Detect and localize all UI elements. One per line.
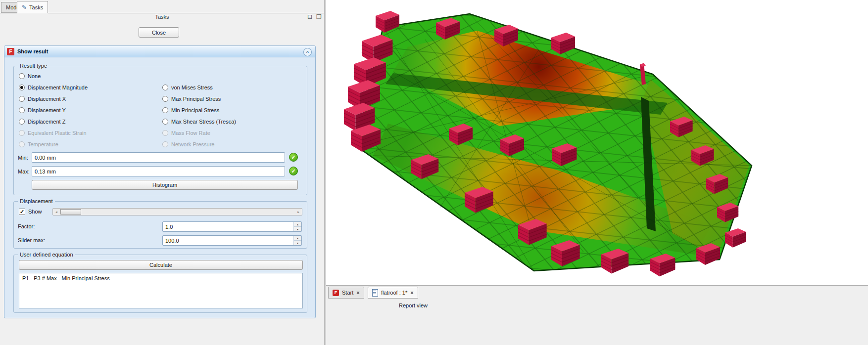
- radio-temperature: Temperature: [19, 140, 58, 148]
- report-view-label: Report view: [326, 302, 500, 308]
- float-icon[interactable]: ❐: [316, 13, 322, 20]
- radio-icon: [162, 85, 168, 90]
- freecad-logo-icon: F: [333, 290, 339, 296]
- radio-displacement-magnitude[interactable]: Displacement Magnitude: [19, 84, 88, 91]
- spinbox-arrows[interactable]: ▴▾: [293, 236, 301, 245]
- pencil-icon: ✎: [22, 4, 27, 11]
- tabbar-divider: [0, 13, 325, 13]
- application-window: Model ✎ Tasks Tasks ⊟ ❐ Close F Show res…: [0, 0, 868, 345]
- show-checkbox[interactable]: ✓ Show: [19, 208, 42, 216]
- tab-start[interactable]: F Start ×: [328, 287, 364, 299]
- radio-label: None: [28, 73, 41, 79]
- radio-displacement-z[interactable]: Displacement Z: [19, 118, 65, 126]
- collapse-chevron-icon[interactable]: ^: [303, 48, 312, 56]
- tab-close-icon[interactable]: ×: [410, 290, 413, 296]
- radio-icon: [19, 73, 25, 79]
- radio-label: Network Pressure: [171, 141, 214, 147]
- show-result-section: F Show result ^ Result type None Displac…: [4, 45, 316, 318]
- spin-up-icon[interactable]: ▴: [294, 222, 301, 227]
- min-label: Min:: [18, 155, 28, 161]
- spin-down-icon[interactable]: ▾: [294, 241, 301, 245]
- radio-icon: [162, 107, 168, 113]
- radio-label: Max Principal Stress: [171, 96, 221, 102]
- radio-label: Min Principal Stress: [171, 107, 219, 113]
- result-type-group-label: Result type: [18, 63, 49, 69]
- tab-close-icon[interactable]: ×: [356, 290, 359, 296]
- show-checkbox-label: Show: [28, 209, 42, 215]
- radio-displacement-x[interactable]: Displacement X: [19, 95, 66, 103]
- radio-icon-disabled: [162, 130, 168, 136]
- slider-max-label: Slider max:: [18, 237, 45, 243]
- tab-flatroof-label: flatroof : 1*: [381, 290, 407, 296]
- equation-group: User defined equation Calculate P1 - P3 …: [13, 255, 307, 313]
- spin-up-icon[interactable]: ▴: [294, 236, 301, 241]
- radio-network-pressure: Network Pressure: [162, 140, 214, 148]
- radio-label: Displacement Y: [28, 107, 66, 113]
- equation-group-label: User defined equation: [18, 252, 75, 258]
- max-input[interactable]: [32, 166, 285, 176]
- radio-von-mises-stress[interactable]: von Mises Stress: [162, 84, 213, 91]
- close-button[interactable]: Close: [139, 27, 179, 38]
- factor-input[interactable]: [163, 222, 293, 231]
- slider-right-arrow-icon[interactable]: ▸: [295, 209, 301, 215]
- radio-label: Displacement Magnitude: [28, 85, 88, 90]
- radio-label: Max Shear Stress (Tresca): [171, 119, 236, 125]
- tab-tasks[interactable]: ✎ Tasks: [17, 1, 48, 13]
- fem-result-icon: F: [7, 48, 14, 55]
- bottom-bar: F Start × flatroof : 1* × Report view: [326, 285, 868, 345]
- slider-handle[interactable]: [60, 209, 81, 215]
- tasks-panel-title: Tasks: [0, 14, 324, 20]
- tab-flatroof[interactable]: flatroof : 1* ×: [368, 287, 418, 299]
- factor-spinbox[interactable]: ▴▾: [162, 221, 302, 232]
- 3d-scene[interactable]: [326, 0, 868, 285]
- radio-label: Displacement Z: [28, 119, 65, 125]
- 3d-viewport[interactable]: [326, 0, 868, 285]
- radio-icon-disabled: [19, 130, 25, 136]
- calculate-button[interactable]: Calculate: [19, 260, 303, 270]
- radio-max-shear-stress[interactable]: Max Shear Stress (Tresca): [162, 118, 236, 126]
- radio-label: Mass Flow Rate: [171, 130, 210, 136]
- radio-equivalent-plastic-strain: Equivalent Plastic Strain: [19, 129, 87, 137]
- show-result-title: Show result: [17, 48, 48, 54]
- max-label: Max:: [18, 169, 30, 174]
- radio-icon-disabled: [162, 141, 168, 147]
- radio-min-principal-stress[interactable]: Min Principal Stress: [162, 106, 219, 114]
- radio-label: Equivalent Plastic Strain: [28, 130, 87, 136]
- dock-icon[interactable]: ⊟: [307, 13, 312, 20]
- slider-left-arrow-icon[interactable]: ◂: [53, 209, 59, 215]
- radio-label: Temperature: [28, 141, 58, 147]
- result-type-group: Result type None Displacement Magnitude …: [13, 66, 307, 195]
- slider-max-input[interactable]: [163, 236, 293, 245]
- document-icon: [372, 289, 378, 297]
- checkbox-checked-icon: ✓: [19, 209, 25, 215]
- factor-label: Factor:: [18, 223, 35, 229]
- tab-tasks-label: Tasks: [29, 4, 43, 10]
- displacement-group: Displacement ✓ Show ◂ ▸ Factor: ▴▾ Slide…: [13, 201, 307, 249]
- show-result-header[interactable]: F Show result ^: [4, 46, 315, 57]
- radio-icon: [19, 96, 25, 102]
- radio-none[interactable]: None: [19, 72, 41, 80]
- radio-max-principal-stress[interactable]: Max Principal Stress: [162, 95, 221, 103]
- radio-label: Displacement X: [28, 96, 66, 102]
- spinbox-arrows[interactable]: ▴▾: [293, 222, 301, 231]
- slider-max-spinbox[interactable]: ▴▾: [162, 235, 302, 246]
- radio-label: von Mises Stress: [171, 85, 213, 90]
- displacement-slider[interactable]: ◂ ▸: [52, 208, 302, 216]
- radio-mass-flow-rate: Mass Flow Rate: [162, 129, 210, 137]
- min-valid-check-icon: ✓: [289, 153, 298, 162]
- radio-displacement-y[interactable]: Displacement Y: [19, 106, 66, 114]
- radio-icon: [19, 107, 25, 113]
- histogram-button[interactable]: Histogram: [32, 180, 298, 190]
- radio-icon: [19, 119, 25, 125]
- radio-icon-selected: [19, 85, 25, 90]
- min-input[interactable]: [32, 152, 285, 163]
- radio-icon-disabled: [19, 141, 25, 147]
- max-valid-check-icon: ✓: [289, 167, 298, 175]
- displacement-group-label: Displacement: [18, 198, 55, 205]
- tab-start-label: Start: [342, 290, 353, 296]
- spin-down-icon[interactable]: ▾: [294, 227, 301, 231]
- radio-icon: [162, 119, 168, 125]
- radio-icon: [162, 96, 168, 102]
- equation-textarea[interactable]: P1 - P3 # Max - Min Principal Stress: [19, 273, 303, 308]
